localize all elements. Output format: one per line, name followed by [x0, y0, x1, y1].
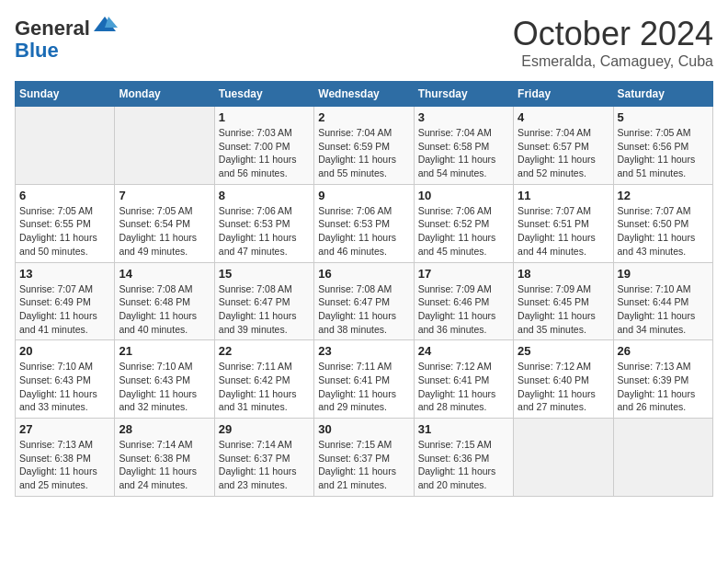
calendar-cell: 5Sunrise: 7:05 AMSunset: 6:56 PMDaylight…: [613, 107, 712, 185]
calendar-cell: 8Sunrise: 7:06 AMSunset: 6:53 PMDaylight…: [214, 184, 313, 262]
calendar-cell: 6Sunrise: 7:05 AMSunset: 6:55 PMDaylight…: [16, 184, 115, 262]
day-info: Sunrise: 7:04 AMSunset: 6:59 PMDaylight:…: [318, 126, 409, 180]
weekday-header-thursday: Thursday: [414, 82, 513, 107]
calendar-cell: 10Sunrise: 7:06 AMSunset: 6:52 PMDayligh…: [414, 184, 513, 262]
calendar-cell: 23Sunrise: 7:11 AMSunset: 6:41 PMDayligh…: [314, 340, 414, 419]
day-number: 12: [618, 189, 709, 202]
day-info: Sunrise: 7:12 AMSunset: 6:40 PMDaylight:…: [518, 360, 609, 414]
calendar-cell: 2Sunrise: 7:04 AMSunset: 6:59 PMDaylight…: [314, 107, 414, 185]
day-info: Sunrise: 7:10 AMSunset: 6:43 PMDaylight:…: [119, 360, 210, 414]
calendar-cell: 30Sunrise: 7:15 AMSunset: 6:37 PMDayligh…: [314, 419, 414, 497]
day-info: Sunrise: 7:09 AMSunset: 6:45 PMDaylight:…: [518, 282, 609, 337]
day-number: 15: [219, 267, 310, 281]
day-number: 21: [119, 344, 210, 358]
day-info: Sunrise: 7:15 AMSunset: 6:37 PMDaylight:…: [318, 438, 409, 492]
day-number: 26: [618, 344, 709, 358]
calendar-cell: 4Sunrise: 7:04 AMSunset: 6:57 PMDaylight…: [514, 107, 613, 185]
day-info: Sunrise: 7:05 AMSunset: 6:55 PMDaylight:…: [19, 204, 110, 259]
day-number: 6: [19, 189, 110, 202]
day-number: 24: [418, 344, 509, 358]
calendar-cell: 3Sunrise: 7:04 AMSunset: 6:58 PMDaylight…: [414, 107, 513, 185]
day-info: Sunrise: 7:12 AMSunset: 6:41 PMDaylight:…: [418, 360, 509, 414]
weekday-header-monday: Monday: [115, 82, 214, 107]
day-number: 20: [19, 344, 110, 358]
day-info: Sunrise: 7:10 AMSunset: 6:43 PMDaylight:…: [19, 360, 110, 414]
day-number: 31: [418, 422, 509, 436]
calendar-cell: 1Sunrise: 7:03 AMSunset: 7:00 PMDaylight…: [214, 107, 313, 185]
month-title: October 2024: [513, 15, 713, 53]
location: Esmeralda, Camaguey, Cuba: [513, 53, 713, 70]
day-info: Sunrise: 7:06 AMSunset: 6:53 PMDaylight:…: [318, 204, 409, 259]
day-number: 5: [618, 110, 709, 124]
day-number: 9: [318, 189, 409, 202]
day-info: Sunrise: 7:04 AMSunset: 6:58 PMDaylight:…: [418, 126, 509, 180]
calendar-cell: 21Sunrise: 7:10 AMSunset: 6:43 PMDayligh…: [115, 340, 214, 419]
day-info: Sunrise: 7:03 AMSunset: 7:00 PMDaylight:…: [219, 126, 310, 180]
calendar-cell: 28Sunrise: 7:14 AMSunset: 6:38 PMDayligh…: [115, 419, 214, 497]
calendar-cell: 11Sunrise: 7:07 AMSunset: 6:51 PMDayligh…: [514, 184, 613, 262]
day-number: 25: [518, 344, 609, 358]
calendar-cell: 22Sunrise: 7:11 AMSunset: 6:42 PMDayligh…: [214, 340, 313, 419]
day-info: Sunrise: 7:08 AMSunset: 6:47 PMDaylight:…: [219, 282, 310, 337]
day-info: Sunrise: 7:08 AMSunset: 6:48 PMDaylight:…: [119, 282, 210, 337]
calendar-cell: 12Sunrise: 7:07 AMSunset: 6:50 PMDayligh…: [613, 184, 712, 262]
day-info: Sunrise: 7:10 AMSunset: 6:44 PMDaylight:…: [618, 282, 709, 337]
weekday-header-sunday: Sunday: [16, 82, 115, 107]
day-info: Sunrise: 7:14 AMSunset: 6:38 PMDaylight:…: [119, 438, 210, 492]
day-number: 17: [418, 267, 509, 281]
weekday-header-saturday: Saturday: [613, 82, 712, 107]
calendar-cell: 27Sunrise: 7:13 AMSunset: 6:38 PMDayligh…: [16, 419, 115, 497]
day-number: 18: [518, 267, 609, 281]
day-number: 3: [418, 110, 509, 124]
title-block: October 2024 Esmeralda, Camaguey, Cuba: [513, 15, 713, 70]
day-info: Sunrise: 7:11 AMSunset: 6:42 PMDaylight:…: [219, 360, 310, 414]
day-number: 14: [119, 267, 210, 281]
day-number: 4: [518, 110, 609, 124]
day-info: Sunrise: 7:13 AMSunset: 6:38 PMDaylight:…: [19, 438, 110, 492]
calendar-cell: 15Sunrise: 7:08 AMSunset: 6:47 PMDayligh…: [214, 262, 313, 340]
weekday-header-wednesday: Wednesday: [314, 82, 414, 107]
day-number: 23: [318, 344, 409, 358]
day-info: Sunrise: 7:06 AMSunset: 6:52 PMDaylight:…: [418, 204, 509, 259]
calendar-cell: [613, 419, 712, 497]
day-number: 27: [19, 422, 110, 436]
day-info: Sunrise: 7:04 AMSunset: 6:57 PMDaylight:…: [518, 126, 609, 180]
day-number: 28: [119, 422, 210, 436]
logo-icon: [92, 15, 118, 35]
calendar-cell: 13Sunrise: 7:07 AMSunset: 6:49 PMDayligh…: [16, 262, 115, 340]
calendar-table: SundayMondayTuesdayWednesdayThursdayFrid…: [15, 81, 713, 497]
day-number: 2: [318, 110, 409, 124]
calendar-cell: 19Sunrise: 7:10 AMSunset: 6:44 PMDayligh…: [613, 262, 712, 340]
day-info: Sunrise: 7:11 AMSunset: 6:41 PMDaylight:…: [318, 360, 409, 414]
day-info: Sunrise: 7:05 AMSunset: 6:56 PMDaylight:…: [618, 126, 709, 180]
svg-marker-1: [105, 17, 118, 28]
day-info: Sunrise: 7:07 AMSunset: 6:50 PMDaylight:…: [618, 204, 709, 259]
day-number: 10: [418, 189, 509, 202]
day-number: 19: [618, 267, 709, 281]
calendar-cell: 18Sunrise: 7:09 AMSunset: 6:45 PMDayligh…: [514, 262, 613, 340]
day-info: Sunrise: 7:06 AMSunset: 6:53 PMDaylight:…: [219, 204, 310, 259]
day-info: Sunrise: 7:14 AMSunset: 6:37 PMDaylight:…: [219, 438, 310, 492]
weekday-header-friday: Friday: [514, 82, 613, 107]
day-number: 29: [219, 422, 310, 436]
day-number: 1: [219, 110, 310, 124]
day-number: 13: [19, 267, 110, 281]
logo-general: General: [15, 17, 90, 40]
day-info: Sunrise: 7:05 AMSunset: 6:54 PMDaylight:…: [119, 204, 210, 259]
calendar-cell: 17Sunrise: 7:09 AMSunset: 6:46 PMDayligh…: [414, 262, 513, 340]
page-header: General Blue October 2024 Esmeralda, Cam…: [15, 15, 713, 70]
logo-blue: Blue: [15, 39, 59, 62]
calendar-cell: [115, 107, 214, 185]
calendar-cell: 14Sunrise: 7:08 AMSunset: 6:48 PMDayligh…: [115, 262, 214, 340]
calendar-cell: 20Sunrise: 7:10 AMSunset: 6:43 PMDayligh…: [16, 340, 115, 419]
weekday-header-tuesday: Tuesday: [214, 82, 313, 107]
calendar-cell: 7Sunrise: 7:05 AMSunset: 6:54 PMDaylight…: [115, 184, 214, 262]
day-number: 30: [318, 422, 409, 436]
day-number: 8: [219, 189, 310, 202]
day-info: Sunrise: 7:13 AMSunset: 6:39 PMDaylight:…: [618, 360, 709, 414]
calendar-cell: 24Sunrise: 7:12 AMSunset: 6:41 PMDayligh…: [414, 340, 513, 419]
calendar-cell: 26Sunrise: 7:13 AMSunset: 6:39 PMDayligh…: [613, 340, 712, 419]
day-info: Sunrise: 7:09 AMSunset: 6:46 PMDaylight:…: [418, 282, 509, 337]
day-number: 7: [119, 189, 210, 202]
calendar-cell: 31Sunrise: 7:15 AMSunset: 6:36 PMDayligh…: [414, 419, 513, 497]
